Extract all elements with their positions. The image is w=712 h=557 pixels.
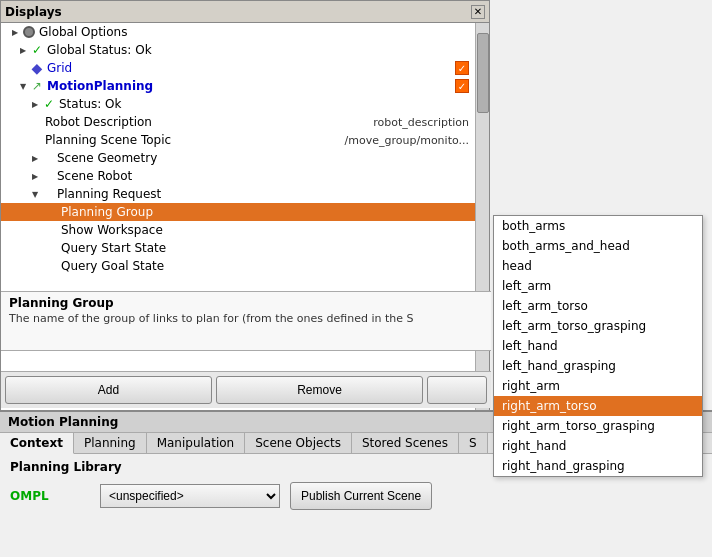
dropdown-item-both-arms[interactable]: both_arms bbox=[494, 216, 702, 236]
tree-item-show-workspace[interactable]: Show Workspace bbox=[1, 221, 489, 239]
arrow-icon: ▶ bbox=[29, 100, 41, 109]
check-icon: ✓ bbox=[41, 96, 57, 112]
dropdown-item-head[interactable]: head bbox=[494, 256, 702, 276]
tab-manipulation[interactable]: Manipulation bbox=[147, 433, 246, 453]
dropdown-item-right-arm-torso-grasping[interactable]: right_arm_torso_grasping bbox=[494, 416, 702, 436]
tree-item-scene-robot[interactable]: ▶ Scene Robot bbox=[1, 167, 489, 185]
displays-titlebar: Displays ✕ bbox=[1, 1, 489, 23]
publish-button[interactable]: Publish Current Scene bbox=[290, 482, 432, 510]
dropdown-item-right-arm[interactable]: right_arm bbox=[494, 376, 702, 396]
tree-item-label: Grid bbox=[47, 61, 455, 75]
tree-item-label: Status: Ok bbox=[59, 97, 489, 111]
checkbox-icon[interactable]: ✓ bbox=[455, 79, 469, 93]
tree-item-label: Scene Geometry bbox=[57, 151, 489, 165]
arrow-icon: ▶ bbox=[17, 46, 29, 55]
arrow-icon: ▼ bbox=[17, 82, 29, 91]
planning-group-dropdown: both_arms both_arms_and_head head left_a… bbox=[493, 215, 703, 477]
gear-icon bbox=[21, 24, 37, 40]
tree-item-query-start-state[interactable]: Query Start State bbox=[1, 239, 489, 257]
dropdown-item-left-hand-grasping[interactable]: left_hand_grasping bbox=[494, 356, 702, 376]
arrow-icon: ▶ bbox=[9, 28, 21, 37]
tree-item-label: Show Workspace bbox=[61, 223, 489, 237]
diamond-icon: ◆ bbox=[29, 60, 45, 76]
dropdown-item-left-hand[interactable]: left_hand bbox=[494, 336, 702, 356]
dropdown-item-both-arms-and-head[interactable]: both_arms_and_head bbox=[494, 236, 702, 256]
tree-item-label: MotionPlanning bbox=[47, 79, 455, 93]
dropdown-item-left-arm[interactable]: left_arm bbox=[494, 276, 702, 296]
extra-button[interactable] bbox=[427, 376, 487, 404]
dropdown-item-left-arm-torso[interactable]: left_arm_torso bbox=[494, 296, 702, 316]
tree-item-label: Planning Group bbox=[61, 205, 489, 219]
tree-item-planning-request[interactable]: ▼ Planning Request bbox=[1, 185, 489, 203]
description-text: The name of the group of links to plan f… bbox=[9, 312, 483, 325]
description-title: Planning Group bbox=[9, 296, 483, 310]
add-button[interactable]: Add bbox=[5, 376, 212, 404]
tab-stored-scenes[interactable]: Stored Scenes bbox=[352, 433, 459, 453]
tab-extra[interactable]: S bbox=[459, 433, 488, 453]
arrow-icon: ▶ bbox=[29, 172, 41, 181]
tree-item-query-goal-state[interactable]: Query Goal State bbox=[1, 257, 489, 275]
tree-item-scene-geometry[interactable]: ▶ Scene Geometry bbox=[1, 149, 489, 167]
ompl-label: OMPL bbox=[10, 489, 90, 503]
dropdown-item-right-hand[interactable]: right_hand bbox=[494, 436, 702, 456]
displays-title: Displays bbox=[5, 5, 62, 19]
displays-tree: ▶ Global Options ▶ ✓ Global Status: Ok ◆… bbox=[1, 23, 489, 429]
planner-dropdown[interactable]: <unspecified> bbox=[100, 484, 280, 508]
tree-item-motion-planning[interactable]: ▼ ↗ MotionPlanning ✓ bbox=[1, 77, 489, 95]
tree-item-label: Global Status: Ok bbox=[47, 43, 489, 57]
arrow-icon: ▼ bbox=[29, 190, 41, 199]
description-box: Planning Group The name of the group of … bbox=[1, 291, 491, 351]
dropdown-item-right-arm-torso[interactable]: right_arm_torso bbox=[494, 396, 702, 416]
remove-button[interactable]: Remove bbox=[216, 376, 423, 404]
checkbox-icon[interactable]: ✓ bbox=[455, 61, 469, 75]
dropdown-item-left-arm-torso-grasping[interactable]: left_arm_torso_grasping bbox=[494, 316, 702, 336]
green-arrow-icon: ↗ bbox=[29, 78, 45, 94]
close-button[interactable]: ✕ bbox=[471, 5, 485, 19]
tree-item-label: Scene Robot bbox=[57, 169, 489, 183]
tree-item-label: Global Options bbox=[39, 25, 489, 39]
tree-item-label: Planning Request bbox=[57, 187, 489, 201]
tree-item-global-status[interactable]: ▶ ✓ Global Status: Ok bbox=[1, 41, 489, 59]
tree-item-global-options[interactable]: ▶ Global Options bbox=[1, 23, 489, 41]
buttons-row: Add Remove bbox=[1, 371, 491, 408]
tree-item-status[interactable]: ▶ ✓ Status: Ok bbox=[1, 95, 489, 113]
tab-context[interactable]: Context bbox=[0, 433, 74, 454]
displays-panel: Displays ✕ ▶ Global Options ▶ ✓ Global S… bbox=[0, 0, 490, 430]
tab-scene-objects[interactable]: Scene Objects bbox=[245, 433, 352, 453]
arrow-icon: ▶ bbox=[29, 154, 41, 163]
tree-item-label: Robot Description bbox=[45, 115, 373, 129]
tree-item-value: robot_description bbox=[373, 116, 489, 129]
dropdown-item-right-hand-grasping[interactable]: right_hand_grasping bbox=[494, 456, 702, 476]
tree-item-planning-group[interactable]: Planning Group bbox=[1, 203, 489, 221]
tab-planning[interactable]: Planning bbox=[74, 433, 147, 453]
tree-item-label: Query Goal State bbox=[61, 259, 489, 273]
main-window: Displays ✕ ▶ Global Options ▶ ✓ Global S… bbox=[0, 0, 712, 557]
tree-item-label: Query Start State bbox=[61, 241, 489, 255]
tree-item-planning-scene-topic[interactable]: Planning Scene Topic /move_group/monito.… bbox=[1, 131, 489, 149]
check-icon: ✓ bbox=[29, 42, 45, 58]
tree-item-value: /move_group/monito... bbox=[345, 134, 489, 147]
scrollbar-thumb[interactable] bbox=[477, 33, 489, 113]
tree-item-robot-desc[interactable]: Robot Description robot_description bbox=[1, 113, 489, 131]
tree-item-label: Planning Scene Topic bbox=[45, 133, 345, 147]
scrollbar[interactable] bbox=[475, 23, 489, 429]
tree-item-grid[interactable]: ◆ Grid ✓ bbox=[1, 59, 489, 77]
